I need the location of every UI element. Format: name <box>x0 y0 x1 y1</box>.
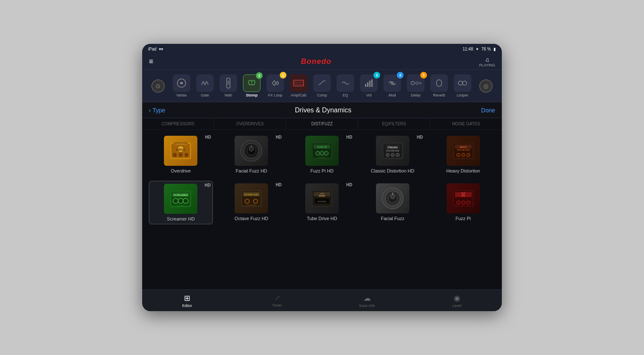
playing-indicator: ♫ PLAYING <box>479 56 495 67</box>
chain-mod[interactable]: 4 Mod <box>381 74 404 97</box>
svg-rect-9 <box>369 81 371 87</box>
tube-drive-hd-image: TUBE DRIVE HD MODEL <box>305 183 339 213</box>
tuner-icon: ⟋ <box>273 294 281 302</box>
reverb-label: Reverb <box>433 93 445 97</box>
wah-label: Wah <box>225 93 232 97</box>
chain-vol[interactable]: 3 Vol <box>357 74 381 97</box>
svg-point-24 <box>185 153 188 157</box>
device-label: iPad <box>148 47 156 51</box>
fxloop-badge: 1 <box>280 72 286 79</box>
stomp-label: Stomp <box>246 93 258 97</box>
hd-badge: HD <box>276 183 281 187</box>
svg-point-14 <box>419 82 421 84</box>
fxloop-label: FX Loop <box>268 93 282 97</box>
svg-rect-15 <box>437 80 442 86</box>
svg-point-60 <box>173 198 178 203</box>
screamer-hd-image: SCREAMER HD MODEL <box>164 184 197 214</box>
wah-icon <box>220 74 237 92</box>
subnav-noise-gates[interactable]: NOISE GATES <box>430 118 502 129</box>
sub-nav: COMPRESSORS OVERDRIVES DIST/FUZZ EQ/FILT… <box>142 118 502 130</box>
stomp-badge: 2 <box>256 72 263 79</box>
header: ≡ Bonedo ♫ PLAYING <box>142 54 502 70</box>
svg-point-89 <box>462 201 465 204</box>
svg-text:HEAVY: HEAVY <box>460 146 467 148</box>
svg-point-90 <box>467 201 470 204</box>
signal-chain: ⊙ Variax Gate Wah <box>142 70 502 102</box>
mod-icon: 4 <box>383 74 401 92</box>
chain-comp[interactable]: Comp <box>310 74 334 97</box>
pedal-fuzz-pi[interactable]: FUZZ Pi Fuzz Pi <box>431 181 495 224</box>
chain-wah[interactable]: Wah <box>217 74 240 97</box>
comp-icon <box>313 74 331 92</box>
status-left: iPad ▾▾ <box>148 47 163 51</box>
svg-point-22 <box>173 153 176 157</box>
back-button[interactable]: ‹ Type <box>149 107 165 114</box>
bottom-nav: ⊞ Editor ⟋ Tuner ☁ Save Info ◉ Level <box>142 289 502 311</box>
nav-tuner[interactable]: ⟋ Tuner <box>232 290 322 311</box>
svg-point-17 <box>463 81 467 85</box>
time: 11:48 <box>463 47 473 51</box>
chain-delay[interactable]: 5 Delay <box>404 74 427 97</box>
subnav-dist-fuzz[interactable]: DIST/FUZZ <box>286 118 358 129</box>
svg-point-23 <box>179 153 182 157</box>
pedal-overdrive[interactable]: HD DRIVE OVERDRIVE Overdrive <box>149 133 213 176</box>
svg-text:HD MODEL: HD MODEL <box>247 204 256 206</box>
hd-badge: HD <box>346 135 352 139</box>
mod-badge: 4 <box>397 72 404 79</box>
pedal-facial-fuzz[interactable]: Facial Fuzz <box>360 181 424 224</box>
chain-stomp[interactable]: 2 Stomp <box>240 74 263 97</box>
subnav-eq-filters[interactable]: EQ/FILTERS <box>358 118 430 129</box>
svg-rect-7 <box>365 84 366 87</box>
pedal-fuzz-pi-hd[interactable]: HD FUZZ PI HD MODEL Fuzz Pi HD <box>290 133 354 176</box>
pedal-heavy-distortion[interactable]: HEAVY DISTORTION Heavy Distortion <box>431 133 495 176</box>
svg-point-37 <box>320 151 324 155</box>
svg-text:DRIVE: DRIVE <box>319 195 325 197</box>
chain-variax[interactable]: Variax <box>170 74 193 97</box>
svg-rect-4 <box>294 80 304 86</box>
vol-icon: 3 <box>360 74 378 92</box>
svg-point-13 <box>416 82 418 84</box>
delay-icon: 5 <box>407 74 424 92</box>
svg-point-47 <box>396 153 399 157</box>
chain-fxloop[interactable]: 1 FX Loop <box>263 74 287 97</box>
subnav-overdrives[interactable]: OVERDRIVES <box>214 118 286 129</box>
svg-point-62 <box>183 198 188 203</box>
subnav-compressors[interactable]: COMPRESSORS <box>142 118 214 129</box>
pedal-facial-fuzz-hd[interactable]: HD Facial Fuzz HD <box>220 133 284 176</box>
svg-text:OVERDRIVE: OVERDRIVE <box>175 143 187 145</box>
menu-button[interactable]: ≡ <box>149 57 153 66</box>
reverb-icon <box>430 74 448 92</box>
nav-level[interactable]: ◉ Level <box>412 290 502 311</box>
chain-input: ⊙ <box>146 79 170 93</box>
pedal-octave-fuzz-hd[interactable]: HD OCTAVE FUZZ HD MODEL Octave Fuzz HD <box>220 181 284 224</box>
chain-eq[interactable]: EQ <box>334 74 357 97</box>
chain-looper[interactable]: Looper <box>451 74 474 97</box>
nav-editor[interactable]: ⊞ Editor <box>142 290 232 311</box>
svg-point-53 <box>457 153 460 157</box>
gate-label: Gate <box>201 93 209 97</box>
save-label: Save Info <box>359 304 375 308</box>
chain-reverb[interactable]: Reverb <box>427 74 451 97</box>
ampcab-icon <box>290 74 307 92</box>
pedal-tube-drive-hd[interactable]: HD TUBE DRIVE HD MODEL Tube Drive HD <box>290 181 354 224</box>
pedal-screamer-hd[interactable]: HD SCREAMER HD MODEL Screamer HD <box>149 181 213 224</box>
svg-text:OCTAVE FUZZ: OCTAVE FUZZ <box>244 193 258 196</box>
fuzz-pi-label: Fuzz Pi <box>455 216 471 221</box>
facial-fuzz-hd-image <box>235 136 268 166</box>
svg-point-38 <box>324 151 328 155</box>
chain-ampcab[interactable]: Amp/Cab <box>287 74 310 97</box>
svg-point-45 <box>386 153 389 157</box>
fuzz-pi-image: FUZZ Pi <box>447 183 480 213</box>
looper-icon <box>454 74 471 92</box>
level-label: Level <box>452 304 462 308</box>
done-button[interactable]: Done <box>481 107 495 114</box>
svg-point-55 <box>467 153 470 157</box>
nav-save-info[interactable]: ☁ Save Info <box>322 290 412 311</box>
svg-point-88 <box>457 201 460 204</box>
octave-fuzz-hd-image: OCTAVE FUZZ HD MODEL <box>235 183 268 213</box>
chain-gate[interactable]: Gate <box>193 74 217 97</box>
overdrive-image: DRIVE OVERDRIVE <box>164 136 197 166</box>
status-bar: iPad ▾▾ 11:48 ✦ 76 % ▮ <box>142 44 502 54</box>
chain-output: ◎ <box>474 79 498 93</box>
pedal-classic-distortion-hd[interactable]: HD Classic DISTORTION Classic Distortion… <box>360 133 424 176</box>
